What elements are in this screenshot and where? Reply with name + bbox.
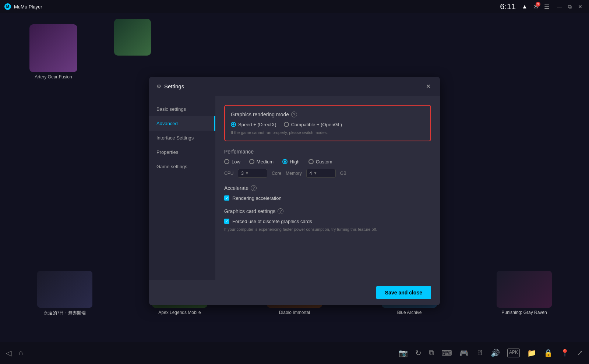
rendering-radio-opengl[interactable] (284, 122, 289, 127)
settings-dialog: ⚙ Settings ✕ Basic settings Advanced Int… (149, 77, 440, 305)
dialog-close-button[interactable]: ✕ (424, 82, 433, 91)
cpu-select[interactable]: 3 ▼ (238, 169, 267, 178)
performance-radio-group: Low Medium High (224, 159, 431, 165)
core-label: Core (272, 171, 281, 176)
graphics-rendering-title-row: Graphics rendering mode ? (231, 112, 424, 117)
window-close-button[interactable]: ✕ (576, 2, 585, 11)
gb-label: GB (340, 171, 346, 176)
dialog-footer: Save and close (149, 280, 440, 305)
accelerate-title-row: Accelerate ? (224, 185, 431, 191)
sidebar-item-game[interactable]: Game settings (149, 159, 215, 174)
dialog-body: Basic settings Advanced Interface Settin… (149, 96, 440, 280)
graphics-rendering-title: Graphics rendering mode (231, 112, 289, 117)
perf-option-custom[interactable]: Custom (308, 159, 332, 165)
cpu-memory-row: CPU 3 ▼ Core Memory 4 ▼ GB (224, 169, 431, 178)
memory-dropdown-arrow: ▼ (313, 171, 317, 175)
sidebar-item-advanced[interactable]: Advanced (149, 116, 215, 131)
rendering-radio-directx[interactable] (231, 122, 236, 127)
perf-label-low: Low (232, 159, 240, 165)
dialog-header: ⚙ Settings ✕ (149, 77, 440, 96)
rendering-label-directx: Speed + (DirectX) (238, 122, 276, 127)
perf-radio-custom[interactable] (308, 159, 314, 164)
sidebar-item-properties[interactable]: Properties (149, 145, 215, 159)
settings-content: Graphics rendering mode ? Speed + (Direc… (215, 96, 440, 280)
graphics-card-hint: If your computer is experiencing faster … (224, 227, 431, 232)
perf-label-high: High (290, 159, 300, 165)
memory-label: Memory (286, 171, 301, 176)
dialog-title-text: Settings (164, 83, 184, 89)
settings-sidebar: Basic settings Advanced Interface Settin… (149, 96, 215, 280)
accelerate-help-icon[interactable]: ? (251, 185, 257, 191)
perf-label-medium: Medium (257, 159, 274, 165)
cpu-value: 3 (241, 171, 244, 176)
rendering-acceleration-option[interactable]: Rendering acceleration (224, 195, 431, 201)
accelerate-section: Accelerate ? Rendering acceleration (224, 185, 431, 201)
performance-section: Performance Low Medium (224, 149, 431, 178)
graphics-card-help-icon[interactable]: ? (278, 208, 283, 214)
accelerate-title: Accelerate (224, 185, 248, 191)
perf-radio-medium[interactable] (249, 159, 254, 164)
discrete-gpu-label: Forced use of discrete graphics cards (232, 219, 312, 224)
memory-select[interactable]: 4 ▼ (306, 169, 336, 178)
app-icon: M (4, 3, 11, 10)
perf-option-high[interactable]: High (282, 159, 300, 165)
rendering-acceleration-checkbox[interactable] (224, 195, 229, 201)
perf-radio-low[interactable] (224, 159, 229, 164)
perf-option-medium[interactable]: Medium (249, 159, 274, 165)
app-title-area: M MuMu Player (4, 3, 42, 10)
graphics-rendering-help-icon[interactable]: ? (291, 112, 297, 117)
rendering-option-opengl[interactable]: Compatible + (OpenGL) (284, 122, 342, 127)
rendering-label-opengl: Compatible + (OpenGL) (291, 122, 342, 127)
rendering-acceleration-label: Rendering acceleration (232, 195, 282, 201)
restore-button[interactable]: ⧉ (565, 2, 574, 11)
discrete-gpu-checkbox[interactable] (224, 219, 229, 224)
rendering-option-directx[interactable]: Speed + (DirectX) (231, 122, 276, 127)
graphics-rendering-section: Graphics rendering mode ? Speed + (Direc… (224, 105, 431, 141)
rendering-radio-group: Speed + (DirectX) Compatible + (OpenGL) (231, 122, 424, 127)
rendering-hint: If the game cannot run properly, please … (231, 130, 424, 135)
notification-badge: 3 (536, 2, 540, 7)
perf-label-custom: Custom (316, 159, 332, 165)
graphics-card-section: Graphics card settings ? Forced use of d… (224, 208, 431, 232)
menu-icon[interactable]: ☰ (544, 3, 549, 10)
main-background: Artery Gear:Fusion 永遠的7日：無盡開端 Apex Legen… (0, 13, 589, 342)
app-name: MuMu Player (14, 4, 42, 10)
discrete-gpu-option[interactable]: Forced use of discrete graphics cards (224, 219, 431, 224)
perf-radio-high[interactable] (282, 159, 288, 164)
dialog-overlay: ⚙ Settings ✕ Basic settings Advanced Int… (0, 26, 589, 355)
dialog-title-area: ⚙ Settings (156, 83, 184, 90)
wifi-icon: ▲ (522, 3, 528, 10)
minimize-button[interactable]: — (555, 2, 564, 11)
perf-option-low[interactable]: Low (224, 159, 240, 165)
time: 6:11 (500, 2, 516, 11)
cpu-label: CPU (224, 171, 233, 176)
cpu-dropdown-arrow: ▼ (245, 171, 249, 175)
settings-gear-icon: ⚙ (156, 83, 161, 90)
top-bar-right: 6:11 ▲ ✉ 3 ☰ — ⧉ ✕ (500, 2, 585, 11)
save-close-button[interactable]: Save and close (376, 286, 431, 299)
top-bar: M MuMu Player 6:11 ▲ ✉ 3 ☰ — ⧉ ✕ (0, 0, 589, 13)
notification-icon[interactable]: ✉ 3 (533, 3, 538, 10)
window-controls: — ⧉ ✕ (555, 2, 585, 11)
graphics-card-title-row: Graphics card settings ? (224, 208, 431, 214)
memory-value: 4 (310, 171, 312, 176)
graphics-card-title: Graphics card settings (224, 208, 275, 214)
sidebar-item-basic[interactable]: Basic settings (149, 102, 215, 116)
performance-title: Performance (224, 149, 254, 155)
performance-title-row: Performance (224, 149, 431, 155)
sidebar-item-interface[interactable]: Interface Settings (149, 131, 215, 145)
